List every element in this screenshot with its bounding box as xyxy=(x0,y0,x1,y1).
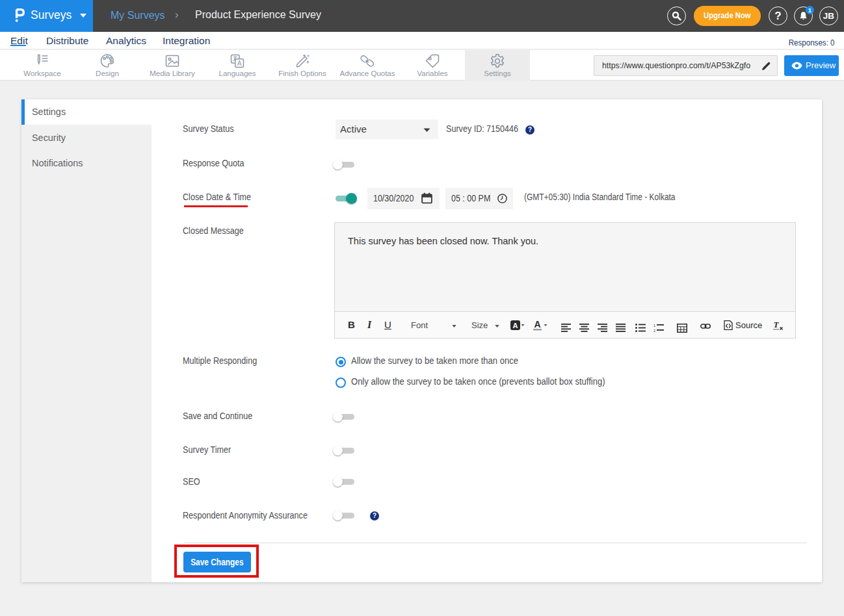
svg-text:T: T xyxy=(774,320,780,329)
svg-text:A: A xyxy=(237,60,242,67)
svg-text:A: A xyxy=(534,320,540,329)
svg-text:2: 2 xyxy=(653,329,655,333)
svg-text:1: 1 xyxy=(653,324,655,327)
svg-text:A: A xyxy=(513,322,518,329)
